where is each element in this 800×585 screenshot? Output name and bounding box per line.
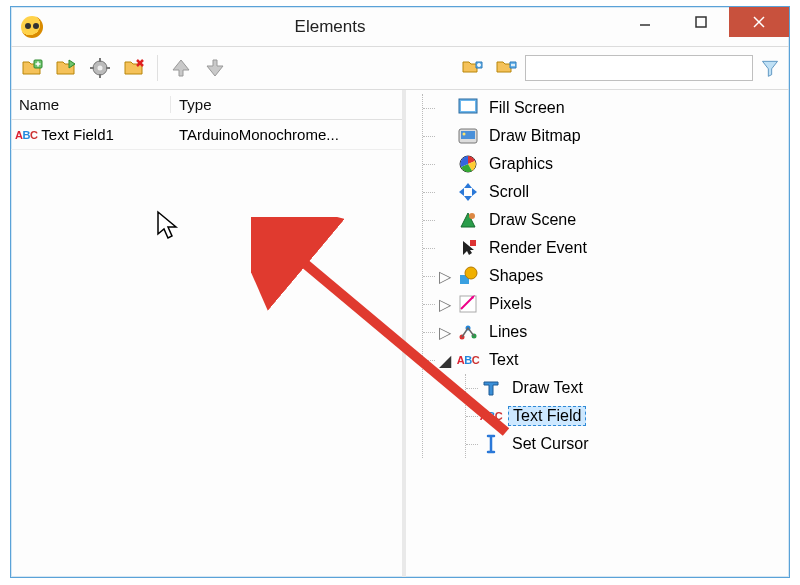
minimize-icon — [637, 14, 653, 30]
tree-label: Draw Scene — [485, 211, 580, 229]
text-field-icon: ABC — [480, 405, 502, 427]
pixels-icon — [457, 293, 479, 315]
tool-settings-button[interactable] — [85, 53, 115, 83]
toolbar-separator — [157, 55, 158, 81]
svg-point-24 — [465, 267, 477, 279]
tree-label: Render Event — [485, 239, 591, 257]
svg-point-8 — [98, 66, 103, 71]
maximize-button[interactable] — [673, 7, 729, 37]
close-icon — [751, 14, 767, 30]
tool-move-down-button[interactable] — [200, 53, 230, 83]
tree-item-fill-screen[interactable]: ▷ Fill Screen — [437, 94, 787, 122]
list-item-name: Text Field1 — [41, 126, 114, 143]
svg-rect-22 — [470, 240, 476, 246]
toolbar — [11, 47, 789, 89]
folder-move-icon — [54, 56, 78, 80]
render-event-icon — [457, 237, 479, 259]
toolbar-right-group — [457, 53, 783, 83]
tree-item-draw-text[interactable]: Draw Text — [480, 374, 787, 402]
set-cursor-icon — [480, 433, 502, 455]
svg-rect-1 — [696, 17, 706, 27]
tree-item-lines[interactable]: ▷ Lines — [437, 318, 787, 346]
window: Elements — [10, 6, 790, 578]
svg-rect-16 — [461, 101, 475, 111]
expander-collapsed-icon[interactable]: ▷ — [439, 326, 451, 338]
list-item[interactable]: ABC Text Field1 TArduinoMonochrome... — [11, 120, 402, 150]
window-title: Elements — [43, 17, 617, 37]
text-field-icon: ABC — [15, 129, 37, 141]
tool-move-up-button[interactable] — [166, 53, 196, 83]
tree-item-text[interactable]: ◢ ABC Text — [437, 346, 787, 374]
fill-screen-icon — [457, 97, 479, 119]
text-icon: ABC — [457, 349, 479, 371]
svg-point-19 — [463, 133, 466, 136]
expander-expanded-icon[interactable]: ◢ — [439, 354, 451, 366]
list-header: Name Type — [11, 90, 402, 120]
tree-item-graphics[interactable]: ▷ Graphics — [437, 150, 787, 178]
tree-item-render-event[interactable]: ▷ Render Event — [437, 234, 787, 262]
shapes-icon — [457, 265, 479, 287]
scroll-icon — [457, 181, 479, 203]
maximize-icon — [693, 14, 709, 30]
tool-delete-button[interactable] — [119, 53, 149, 83]
expander-collapsed-icon[interactable]: ▷ — [439, 270, 451, 282]
tool-collapse-button[interactable] — [491, 53, 521, 83]
tool-folder-button[interactable] — [51, 53, 81, 83]
tool-add-button[interactable] — [17, 53, 47, 83]
tree-label: Fill Screen — [485, 99, 569, 117]
expand-tree-icon — [460, 56, 484, 80]
minimize-button[interactable] — [617, 7, 673, 37]
tree-item-text-field[interactable]: ABC Text Field — [480, 402, 787, 430]
tree-label: Draw Bitmap — [485, 127, 585, 145]
app-icon — [21, 16, 43, 38]
tree-item-pixels[interactable]: ▷ Pixels — [437, 290, 787, 318]
tree-label: Draw Text — [508, 379, 587, 397]
tree-item-set-cursor[interactable]: Set Cursor — [480, 430, 787, 458]
tree-label: Scroll — [485, 183, 533, 201]
tree-item-draw-bitmap[interactable]: ▷ Draw Bitmap — [437, 122, 787, 150]
tree-label: Pixels — [485, 295, 536, 313]
tool-expand-button[interactable] — [457, 53, 487, 83]
titlebar: Elements — [11, 7, 789, 47]
folder-plus-icon — [20, 56, 44, 80]
folder-delete-icon — [122, 56, 146, 80]
collapse-tree-icon — [494, 56, 518, 80]
tree-label: Text — [485, 351, 522, 369]
draw-scene-icon — [457, 209, 479, 231]
close-button[interactable] — [729, 7, 789, 37]
draw-bitmap-icon — [457, 125, 479, 147]
tree-children-text: Draw Text ABC Text Field Set Cursor — [465, 374, 787, 458]
column-header-name[interactable]: Name — [11, 96, 171, 113]
palette-tree-pane: ▷ Fill Screen ▷ Draw Bitmap ▷ Graphics — [406, 90, 789, 577]
arrow-up-icon — [169, 56, 193, 80]
tree-label: Text Field — [508, 406, 586, 426]
tree-item-shapes[interactable]: ▷ Shapes — [437, 262, 787, 290]
expander-collapsed-icon[interactable]: ▷ — [439, 298, 451, 310]
list-item-type: TArduinoMonochrome... — [171, 126, 402, 143]
tree-label: Shapes — [485, 267, 547, 285]
tree-item-scroll[interactable]: ▷ Scroll — [437, 178, 787, 206]
window-buttons — [617, 7, 789, 46]
svg-rect-25 — [460, 296, 476, 312]
content-split: Name Type ABC Text Field1 TArduinoMonoch… — [11, 89, 789, 577]
tree-label: Set Cursor — [508, 435, 592, 453]
funnel-icon — [760, 58, 780, 78]
draw-text-icon — [480, 377, 502, 399]
tree-item-draw-scene[interactable]: ▷ Draw Scene — [437, 206, 787, 234]
search-input[interactable] — [525, 55, 753, 81]
lines-icon — [457, 321, 479, 343]
graphics-icon — [457, 153, 479, 175]
tree-label: Lines — [485, 323, 531, 341]
arrow-down-icon — [203, 56, 227, 80]
elements-list-pane: Name Type ABC Text Field1 TArduinoMonoch… — [11, 90, 406, 577]
gear-icon — [88, 56, 112, 80]
svg-point-21 — [469, 213, 475, 219]
cursor-icon — [156, 210, 182, 242]
tree-label: Graphics — [485, 155, 557, 173]
column-header-type[interactable]: Type — [171, 96, 402, 113]
filter-button[interactable] — [757, 55, 783, 81]
